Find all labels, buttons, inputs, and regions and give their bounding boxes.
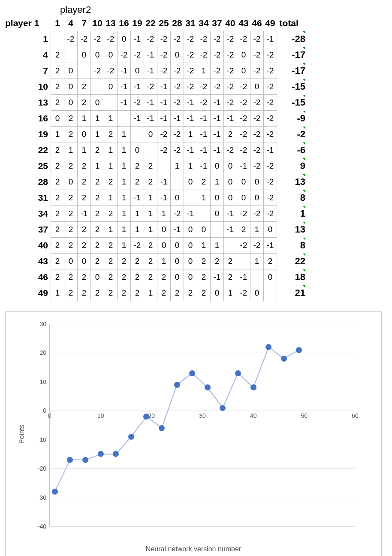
- cell: -1: [118, 79, 131, 95]
- cell: 2: [91, 222, 104, 238]
- cell: 0: [211, 285, 224, 301]
- y-tick-label: -30: [32, 494, 46, 501]
- cell: 2: [264, 254, 277, 269]
- cell: -2: [211, 31, 224, 47]
- x-tick-label: 50: [301, 412, 308, 419]
- cell: 2: [51, 142, 64, 158]
- cell: 0: [64, 79, 78, 95]
- cell: 2: [197, 254, 211, 269]
- cell: 2: [78, 269, 91, 285]
- chart-point: [250, 384, 256, 390]
- cell: -2: [264, 127, 277, 142]
- cell: -2: [91, 63, 104, 79]
- table-row: 46222022222002-12-1018: [5, 269, 305, 285]
- row-header: 25: [5, 158, 51, 174]
- table-row: 1602111-1-1-1-1-1-1-1-1-2-2-2-9: [5, 111, 305, 127]
- cell: -1: [157, 95, 171, 111]
- cell: 2: [64, 111, 78, 127]
- cell: -2: [237, 206, 250, 222]
- cell: 2: [64, 285, 78, 301]
- row-header: 28: [5, 174, 51, 190]
- cell: -2: [250, 111, 264, 127]
- cell: 2: [211, 254, 224, 269]
- col-header: 4: [64, 15, 78, 31]
- cell: -1: [157, 111, 171, 127]
- chart-container: Points -40-30-20-1001020300102030405060 …: [5, 311, 382, 556]
- cell: -2: [171, 79, 184, 95]
- table-row: 4912222221222201-2021: [5, 285, 305, 301]
- row-total: 8: [277, 190, 306, 206]
- cell: 1: [118, 206, 131, 222]
- cell: -2: [250, 238, 264, 254]
- col-header: 40: [224, 15, 237, 31]
- cell: 0: [250, 174, 264, 190]
- cell: 1: [171, 158, 184, 174]
- col-header: 1: [51, 15, 64, 31]
- cell: 2: [51, 269, 64, 285]
- row-total: -17: [277, 63, 306, 79]
- cell: 2: [131, 254, 144, 269]
- cell: -1: [211, 111, 224, 127]
- cell: 0: [171, 238, 184, 254]
- cell: -1: [157, 190, 171, 206]
- gridline: [50, 440, 355, 440]
- cell: 1: [104, 158, 118, 174]
- cell: 2: [104, 254, 118, 269]
- row-header: 40: [5, 238, 51, 254]
- cell: -1: [131, 79, 144, 95]
- cell: 1: [250, 254, 264, 269]
- cell: 2: [144, 158, 157, 174]
- cell: 0: [64, 254, 78, 269]
- cell: -2: [224, 95, 237, 111]
- cell: -2: [104, 63, 118, 79]
- cell: [157, 158, 171, 174]
- cell: 1: [51, 127, 64, 142]
- cell: 2: [51, 238, 64, 254]
- cell: -2: [237, 79, 250, 95]
- cell: 2: [51, 254, 64, 269]
- gridline: [50, 411, 355, 411]
- cell: 2: [64, 238, 78, 254]
- cell: -2: [264, 174, 277, 190]
- cell: [171, 174, 184, 190]
- cell: -1: [157, 174, 171, 190]
- cell: -2: [171, 206, 184, 222]
- cell: -1: [224, 206, 237, 222]
- cell: -2: [131, 95, 144, 111]
- cell: 0: [184, 174, 197, 190]
- cell: 0: [237, 190, 250, 206]
- cell: 1: [144, 222, 157, 238]
- cell: -2: [171, 63, 184, 79]
- cell: 1: [91, 127, 104, 142]
- cell: -2: [250, 31, 264, 47]
- row-header: 34: [5, 206, 51, 222]
- chart-point: [265, 344, 271, 350]
- cell: -2: [264, 47, 277, 63]
- cell: 0: [250, 79, 264, 95]
- cell: -2: [250, 47, 264, 63]
- cell: -2: [224, 63, 237, 79]
- row-header: 31: [5, 190, 51, 206]
- chart-point: [98, 451, 104, 457]
- cell: -1: [197, 142, 211, 158]
- cell: 2: [131, 285, 144, 301]
- chart-point: [235, 370, 241, 376]
- cell: -1: [237, 158, 250, 174]
- cell: -2: [264, 111, 277, 127]
- gridline: [50, 324, 355, 324]
- cell: -2: [104, 31, 118, 47]
- cell: 1: [118, 238, 131, 254]
- cell: -2: [250, 127, 264, 142]
- cell: 2: [104, 127, 118, 142]
- cell: 1: [131, 222, 144, 238]
- chart-point: [189, 370, 195, 376]
- cell: 2: [224, 127, 237, 142]
- cell: -1: [131, 190, 144, 206]
- cell: 1: [78, 111, 91, 127]
- cell: 0: [91, 47, 104, 63]
- cell: -2: [131, 238, 144, 254]
- cell: 2: [104, 285, 118, 301]
- x-tick-label: 40: [250, 412, 257, 419]
- chart-point: [52, 489, 58, 495]
- row-total: 9: [277, 158, 306, 174]
